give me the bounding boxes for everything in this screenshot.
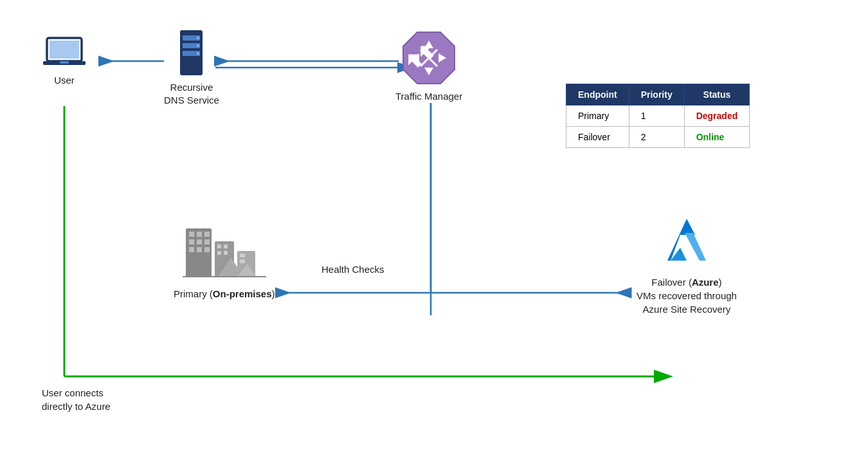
azure-label: Failover (Azure) VMs recovered through A… <box>637 275 737 316</box>
svg-rect-37 <box>204 232 210 237</box>
svg-rect-17 <box>60 61 69 64</box>
svg-rect-15 <box>50 41 79 59</box>
svg-point-22 <box>197 37 199 39</box>
laptop-svg <box>42 35 87 71</box>
svg-rect-35 <box>189 232 194 237</box>
svg-rect-50 <box>240 254 245 257</box>
azure-failover-icon: Failover (Azure) VMs recovered through A… <box>637 212 737 316</box>
status-degraded: Degraded <box>684 106 750 127</box>
svg-rect-38 <box>189 239 194 245</box>
svg-point-24 <box>197 52 199 55</box>
svg-rect-45 <box>217 245 221 248</box>
svg-rect-42 <box>197 247 202 252</box>
priority-1: 1 <box>629 106 684 127</box>
azure-bold: Azure <box>692 277 719 288</box>
onprem-bold: On-premises <box>213 288 272 299</box>
traffic-manager-icon: Traffic Manager <box>395 29 462 102</box>
svg-rect-43 <box>204 247 210 252</box>
user-label: User <box>54 75 75 86</box>
table-row: Failover 2 Online <box>566 127 750 148</box>
svg-rect-47 <box>217 251 221 255</box>
traffic-manager-svg <box>400 29 458 87</box>
svg-rect-40 <box>204 239 210 245</box>
dns-server-svg <box>174 29 209 77</box>
azure-logo-svg <box>658 212 716 270</box>
priority-2: 2 <box>629 127 684 148</box>
svg-rect-48 <box>224 251 228 255</box>
endpoint-primary: Primary <box>566 106 629 127</box>
svg-rect-41 <box>189 247 194 252</box>
endpoint-table: Endpoint Priority Status Primary 1 Degra… <box>566 84 750 148</box>
onprem-svg <box>179 219 269 283</box>
user-icon: User <box>42 35 87 86</box>
bottom-label: User connects directly to Azure <box>42 386 111 413</box>
table-row: Primary 1 Degraded <box>566 106 750 127</box>
dns-label: Recursive DNS Service <box>164 81 219 106</box>
bottom-line1: User connects <box>42 387 104 398</box>
health-checks-label: Health Checks <box>321 264 384 275</box>
svg-rect-51 <box>240 259 245 263</box>
status-online: Online <box>684 127 750 148</box>
svg-rect-39 <box>197 239 202 245</box>
tm-label: Traffic Manager <box>395 91 462 102</box>
svg-marker-56 <box>685 233 706 261</box>
svg-rect-46 <box>224 245 228 248</box>
svg-rect-36 <box>197 232 202 237</box>
primary-label: Primary (On-premises) <box>174 288 275 299</box>
dns-icon: Recursive DNS Service <box>164 29 219 106</box>
endpoint-failover: Failover <box>566 127 629 148</box>
azure-line2: VMs recovered through <box>637 290 737 301</box>
svg-point-23 <box>197 44 199 47</box>
table-header-priority: Priority <box>629 84 684 106</box>
bottom-line2: directly to Azure <box>42 401 111 412</box>
azure-line3: Azure Site Recovery <box>643 304 731 315</box>
primary-onprem-icon: Primary (On-premises) <box>174 219 275 299</box>
table-header-endpoint: Endpoint <box>566 84 629 106</box>
diagram-container: User Recursive DNS Service <box>0 0 868 462</box>
table-header-status: Status <box>684 84 750 106</box>
